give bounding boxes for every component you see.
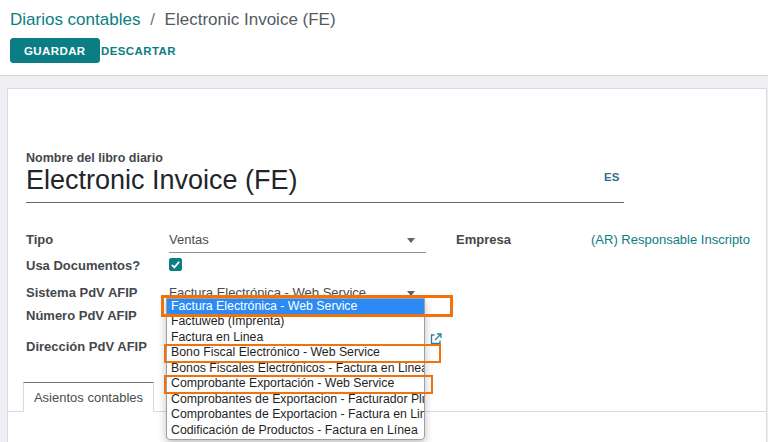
dropdown-option[interactable]: Factura Electrónica - Web Service <box>167 299 424 314</box>
dropdown-option[interactable]: Comprobantes de Exportacion - Factura en… <box>167 407 424 422</box>
breadcrumb-parent-link[interactable]: Diarios contables <box>10 10 140 29</box>
form-sheet: Nombre del libro diario Electronic Invoi… <box>7 88 767 442</box>
usa-documentos-checkbox[interactable] <box>169 258 182 271</box>
dropdown-option[interactable]: Factuweb (Imprenta) <box>167 314 424 329</box>
journal-name-underline <box>26 202 624 203</box>
dropdown-option[interactable]: Factura en Linea <box>167 330 424 345</box>
breadcrumb-current: Electronic Invoice (FE) <box>165 10 336 29</box>
dropdown-option[interactable]: Bonos Fiscales Electrónicos - Factura en… <box>167 361 424 376</box>
dropdown-option[interactable]: Comprobante Exportación - Web Service <box>167 376 424 391</box>
empresa-link[interactable]: (AR) Responsable Inscripto <box>591 232 750 247</box>
dropdown-option[interactable]: Comprobantes de Exportacion - Facturador… <box>167 392 424 407</box>
afip-pos-system-dropdown: Factura Electrónica - Web ServiceFactuwe… <box>166 298 425 440</box>
tipo-label: Tipo <box>26 232 53 247</box>
chevron-down-icon[interactable] <box>407 291 415 296</box>
numero-pdv-afip-label: Número PdV AFIP <box>26 308 137 323</box>
dropdown-option[interactable]: Codificación de Productos - Factura en L… <box>167 423 424 438</box>
tipo-underline <box>169 252 426 253</box>
usa-documentos-label: Usa Documentos? <box>26 258 140 273</box>
odoo-journal-form-screen: Diarios contables / Electronic Invoice (… <box>0 0 768 442</box>
chevron-down-icon[interactable] <box>407 238 415 243</box>
breadcrumb: Diarios contables / Electronic Invoice (… <box>10 10 336 30</box>
empresa-label: Empresa <box>456 232 511 247</box>
translate-badge[interactable]: ES <box>604 171 619 183</box>
dropdown-option[interactable]: Bono Fiscal Electrónico - Web Service <box>167 345 424 360</box>
tipo-select[interactable]: Ventas <box>169 232 209 247</box>
direccion-pdv-afip-label: Dirección PdV AFIP <box>26 339 147 354</box>
journal-name-label: Nombre del libro diario <box>26 151 163 165</box>
internal-link-icon[interactable] <box>429 332 443 346</box>
save-button[interactable]: GUARDAR <box>10 38 100 63</box>
control-panel: Diarios contables / Electronic Invoice (… <box>0 0 768 76</box>
tab-asientos-contables[interactable]: Asientos contables <box>23 382 154 412</box>
sistema-pdv-afip-label: Sistema PdV AFIP <box>26 285 138 300</box>
discard-button[interactable]: DESCARTAR <box>93 38 184 63</box>
journal-name-input[interactable]: Electronic Invoice (FE) <box>26 165 298 196</box>
breadcrumb-separator: / <box>150 10 155 29</box>
